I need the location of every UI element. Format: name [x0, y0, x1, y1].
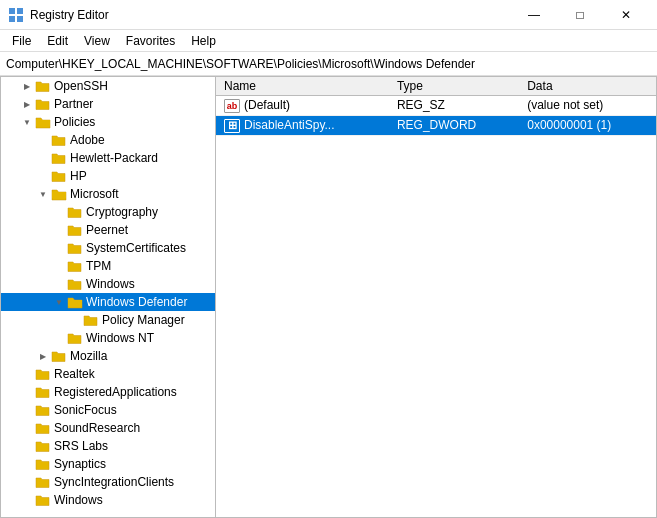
folder-icon-cryptography	[67, 204, 83, 220]
tree-item-openssh[interactable]: ▶OpenSSH	[1, 77, 215, 95]
tree-item-windows-defender[interactable]: ▼Windows Defender	[1, 293, 215, 311]
menu-item-view[interactable]: View	[76, 30, 118, 51]
svg-rect-0	[9, 8, 15, 14]
tree-item-cryptography[interactable]: ▶Cryptography	[1, 203, 215, 221]
expand-btn-partner[interactable]: ▶	[19, 96, 35, 112]
tree-item-hp[interactable]: ▶HP	[1, 167, 215, 185]
tree-item-windows[interactable]: ▶Windows	[1, 275, 215, 293]
folder-icon-registered-apps	[35, 384, 51, 400]
tree-label-partner: Partner	[54, 97, 93, 111]
table-row[interactable]: ab(Default)REG_SZ(value not set)	[216, 96, 656, 116]
menu-item-edit[interactable]: Edit	[39, 30, 76, 51]
tree-label-realtek: Realtek	[54, 367, 95, 381]
tree-item-policy-manager[interactable]: ▶Policy Manager	[1, 311, 215, 329]
tree-item-hewlett-packard[interactable]: ▶Hewlett-Packard	[1, 149, 215, 167]
tree-label-syncintegration: SyncIntegrationClients	[54, 475, 174, 489]
folder-icon-realtek	[35, 366, 51, 382]
maximize-button[interactable]: □	[557, 0, 603, 30]
tree-item-soundresearch[interactable]: ▶SoundResearch	[1, 419, 215, 437]
tree-item-microsoft[interactable]: ▼Microsoft	[1, 185, 215, 203]
title-bar: Registry Editor — □ ✕	[0, 0, 657, 30]
menu-item-file[interactable]: File	[4, 30, 39, 51]
tree-label-policy-manager: Policy Manager	[102, 313, 185, 327]
tree-item-realtek[interactable]: ▶Realtek	[1, 365, 215, 383]
tree-label-mozilla: Mozilla	[70, 349, 107, 363]
folder-icon-windows-nt	[67, 330, 83, 346]
tree-label-windows: Windows	[86, 277, 135, 291]
tree-item-srs-labs[interactable]: ▶SRS Labs	[1, 437, 215, 455]
tree-item-systemcertificates[interactable]: ▶SystemCertificates	[1, 239, 215, 257]
folder-icon-microsoft	[51, 186, 67, 202]
folder-icon-srs-labs	[35, 438, 51, 454]
folder-icon-openssh	[35, 78, 51, 94]
value-name: DisableAntiSpy...	[244, 118, 335, 132]
folder-icon-soundresearch	[35, 420, 51, 436]
tree-item-policies[interactable]: ▼Policies	[1, 113, 215, 131]
tree-item-syncintegration[interactable]: ▶SyncIntegrationClients	[1, 473, 215, 491]
value-name: (Default)	[244, 98, 290, 112]
address-bar: Computer\HKEY_LOCAL_MACHINE\SOFTWARE\Pol…	[0, 52, 657, 76]
value-type: REG_SZ	[389, 96, 519, 116]
menu-bar: FileEditViewFavoritesHelp	[0, 30, 657, 52]
tree-item-sonicfocus[interactable]: ▶SonicFocus	[1, 401, 215, 419]
table-row[interactable]: ⊞DisableAntiSpy...REG_DWORD0x00000001 (1…	[216, 115, 656, 135]
col-name: Name	[216, 77, 389, 96]
tree-label-windows2: Windows	[54, 493, 103, 507]
tree-label-srs-labs: SRS Labs	[54, 439, 108, 453]
value-data: 0x00000001 (1)	[519, 115, 656, 135]
tree-label-openssh: OpenSSH	[54, 79, 108, 93]
svg-rect-2	[9, 16, 15, 22]
folder-icon-adobe	[51, 132, 67, 148]
svg-rect-1	[17, 8, 23, 14]
tree-item-adobe[interactable]: ▶Adobe	[1, 131, 215, 149]
tree-label-synaptics: Synaptics	[54, 457, 106, 471]
window-controls: — □ ✕	[511, 0, 649, 30]
folder-icon-hp	[51, 168, 67, 184]
tree-label-microsoft: Microsoft	[70, 187, 119, 201]
folder-icon-windows-defender	[67, 294, 83, 310]
tree-item-partner[interactable]: ▶Partner	[1, 95, 215, 113]
tree-item-synaptics[interactable]: ▶Synaptics	[1, 455, 215, 473]
tree-item-windows2[interactable]: ▶Windows	[1, 491, 215, 509]
tree-label-windows-nt: Windows NT	[86, 331, 154, 345]
tree-label-hp: HP	[70, 169, 87, 183]
tree-label-peernet: Peernet	[86, 223, 128, 237]
value-data: (value not set)	[519, 96, 656, 116]
tree-pane[interactable]: ▶OpenSSH▶Partner▼Policies▶Adobe▶Hewlett-…	[1, 77, 216, 517]
tree-label-soundresearch: SoundResearch	[54, 421, 140, 435]
folder-icon-mozilla	[51, 348, 67, 364]
folder-icon-synaptics	[35, 456, 51, 472]
tree-item-tpm[interactable]: ▶TPM	[1, 257, 215, 275]
minimize-button[interactable]: —	[511, 0, 557, 30]
app-title: Registry Editor	[30, 8, 109, 22]
expand-btn-policies[interactable]: ▼	[19, 114, 35, 130]
value-type: REG_DWORD	[389, 115, 519, 135]
menu-item-favorites[interactable]: Favorites	[118, 30, 183, 51]
close-button[interactable]: ✕	[603, 0, 649, 30]
tree-item-windows-nt[interactable]: ▶Windows NT	[1, 329, 215, 347]
folder-icon-windows	[67, 276, 83, 292]
svg-rect-3	[17, 16, 23, 22]
folder-icon-systemcertificates	[67, 240, 83, 256]
tree-label-cryptography: Cryptography	[86, 205, 158, 219]
value-name-cell: ab(Default)	[216, 96, 389, 116]
folder-icon-tpm	[67, 258, 83, 274]
main-area: ▶OpenSSH▶Partner▼Policies▶Adobe▶Hewlett-…	[0, 76, 657, 518]
col-data: Data	[519, 77, 656, 96]
tree-item-registered-apps[interactable]: ▶RegisteredApplications	[1, 383, 215, 401]
address-path: Computer\HKEY_LOCAL_MACHINE\SOFTWARE\Pol…	[6, 57, 651, 71]
folder-icon-sonicfocus	[35, 402, 51, 418]
tree-label-tpm: TPM	[86, 259, 111, 273]
tree-item-mozilla[interactable]: ▶Mozilla	[1, 347, 215, 365]
tree-item-peernet[interactable]: ▶Peernet	[1, 221, 215, 239]
value-name-cell: ⊞DisableAntiSpy...	[216, 115, 389, 135]
expand-btn-mozilla[interactable]: ▶	[35, 348, 51, 364]
expand-btn-windows-defender[interactable]: ▼	[51, 294, 67, 310]
expand-btn-openssh[interactable]: ▶	[19, 78, 35, 94]
expand-btn-microsoft[interactable]: ▼	[35, 186, 51, 202]
tree-label-adobe: Adobe	[70, 133, 105, 147]
tree-label-registered-apps: RegisteredApplications	[54, 385, 177, 399]
value-pane[interactable]: Name Type Data ab(Default)REG_SZ(value n…	[216, 77, 656, 517]
menu-item-help[interactable]: Help	[183, 30, 224, 51]
dword-icon: ⊞	[224, 119, 240, 133]
